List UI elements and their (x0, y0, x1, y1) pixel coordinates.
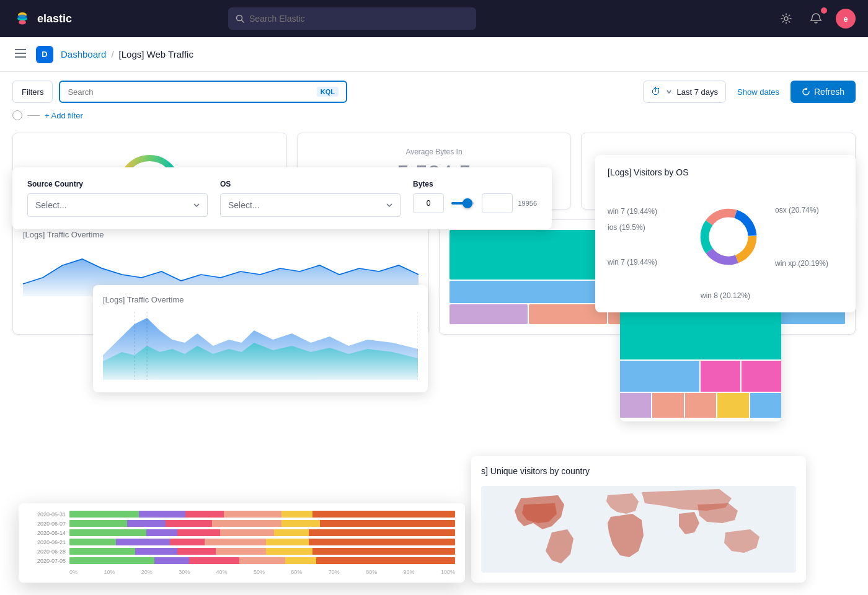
settings-icon-btn[interactable] (776, 9, 796, 29)
sbar-x-10: 100% (441, 569, 455, 575)
chevron-down-icon (666, 89, 672, 95)
treemap-row-2 (620, 361, 781, 392)
donut-legend-right: osx (20.74%) win xp (20.19%) (775, 206, 843, 268)
kql-search-input[interactable] (68, 87, 316, 97)
sbar-x-7: 70% (329, 569, 340, 575)
breadcrumb-dashboard[interactable]: Dashboard (61, 49, 106, 60)
sbar-row-3: 2020-06-21 (29, 539, 455, 545)
show-dates-button[interactable]: Show dates (732, 87, 784, 97)
top-navigation: elastic e (0, 0, 868, 37)
legend-winxp: win xp (20.19%) (775, 259, 843, 268)
sbar-x-5: 50% (254, 569, 265, 575)
sbar-row-1: 2020-06-07 (29, 520, 455, 527)
sbar-label-3: 2020-06-21 (29, 539, 66, 545)
sbar-row-2: 2020-06-14 (29, 529, 455, 536)
sbar-x-1: 10% (104, 569, 115, 575)
treemap-cell-2a (620, 361, 699, 392)
sbar-track-0 (69, 511, 455, 518)
os-filter: OS Select... (220, 180, 401, 217)
sbar-label-5: 2020-07-05 (29, 558, 66, 564)
source-country-select[interactable]: Select... (27, 193, 208, 217)
sbar-label-1: 2020-06-07 (29, 521, 66, 527)
global-search-bar[interactable] (228, 7, 476, 30)
legend-ios: ios (19.5%) (608, 223, 682, 232)
source-country-placeholder: Select... (35, 200, 67, 210)
sbar-x-6: 60% (291, 569, 302, 575)
svg-point-7 (784, 17, 788, 20)
stacked-bar-card: 2020-05-31 2020-06-07 2020-06-14 2020-06… (19, 503, 465, 583)
bytes-range-track[interactable] (451, 202, 474, 205)
stacked-bar-chart: 2020-05-31 2020-06-07 2020-06-14 2020-06… (19, 503, 465, 583)
add-filter-row: + Add filter (0, 108, 868, 126)
bytes-label: Bytes (413, 180, 537, 188)
source-country-label: Source Country (27, 180, 208, 188)
refresh-icon (802, 87, 810, 96)
svg-point-18 (709, 217, 748, 256)
treemap-cell-3d (717, 393, 748, 418)
sbar-track-3 (69, 539, 455, 545)
svg-point-4 (17, 15, 27, 19)
legend-win7: win 7 (19.44%) (608, 207, 682, 216)
legend-osx: osx (20.74%) (775, 206, 843, 214)
filter-panel: Source Country Select... OS Select... By… (12, 167, 552, 229)
dashboard-badge: D (36, 46, 53, 63)
filter-bar: Filters KQL ⏱ Last 7 days Show dates Ref… (0, 72, 868, 108)
treemap-row-3 (620, 393, 781, 418)
treemap-cell-3c (685, 393, 716, 418)
traffic-overtime-title-placeholder: [Logs] Traffic Overtime (23, 230, 418, 239)
sbar-track-5 (69, 557, 455, 564)
sbar-track-2 (69, 529, 455, 536)
time-picker[interactable]: ⏱ Last 7 days (643, 81, 727, 103)
sbar-x-0: 0% (69, 569, 78, 575)
sbar-row-4: 2020-06-28 (29, 548, 455, 555)
select-chevron-down (193, 203, 200, 207)
legend-win8-bottom: win 8 (20.12%) (701, 291, 750, 300)
sbar-x-2: 20% (141, 569, 153, 575)
sbar-label-0: 2020-05-31 (29, 511, 66, 518)
visitors-map-card: s] Unique visitors by country (471, 456, 806, 583)
bytes-max-input[interactable] (482, 193, 513, 213)
treemap-cell-2c (742, 361, 781, 392)
sbar-row-0: 2020-05-31 (29, 511, 455, 518)
bytes-range: 19956 (413, 193, 537, 213)
treemap-cell-2b (701, 361, 740, 392)
global-search-input[interactable] (249, 14, 469, 24)
refresh-button[interactable]: Refresh (790, 81, 856, 103)
treemap-cell-3e (750, 393, 781, 418)
traffic-overtime-chart (103, 312, 418, 380)
user-avatar[interactable]: e (836, 9, 856, 29)
hamburger-menu-btn[interactable] (12, 45, 29, 63)
notification-badge (821, 7, 827, 14)
clock-icon: ⏱ (651, 86, 661, 97)
elastic-logo-text: elastic (37, 12, 72, 25)
bytes-min-input[interactable] (413, 193, 444, 213)
sbar-track-1 (69, 520, 455, 527)
sbar-x-9: 90% (404, 569, 415, 575)
filters-button[interactable]: Filters (12, 81, 53, 103)
donut-legend-left: win 7 (19.44%) ios (19.5%) win 7 (19.44%… (608, 207, 682, 267)
dashboard-container: D Dashboard / [Logs] Web Traffic Filters… (0, 37, 868, 595)
source-country-filter: Source Country Select... (27, 180, 208, 217)
bytes-range-thumb[interactable] (463, 198, 472, 208)
sbar-x-labels: 0% 10% 20% 30% 40% 50% 60% 70% 80% 90% 1… (29, 566, 455, 575)
svg-point-3 (19, 20, 26, 25)
sbar-x-4: 40% (216, 569, 228, 575)
kql-search-container: KQL (59, 81, 347, 103)
elastic-logo[interactable]: elastic (12, 9, 72, 29)
breadcrumb-separator: / (111, 49, 113, 60)
visitors-by-os-title: [Logs] Visitors by OS (608, 167, 843, 177)
os-label: OS (220, 180, 401, 188)
bytes-filter: Bytes 19956 (413, 180, 537, 213)
kql-badge: KQL (317, 87, 339, 97)
bytes-max-label: 19956 (518, 200, 537, 207)
donut-legend-bottom: win 8 (20.12%) (608, 291, 843, 300)
add-filter-link[interactable]: + Add filter (45, 111, 83, 120)
world-map-svg (481, 486, 796, 573)
os-select[interactable]: Select... (220, 193, 401, 217)
sbar-x-3: 30% (179, 569, 190, 575)
world-map-container (481, 486, 796, 573)
breadcrumb: Dashboard / [Logs] Web Traffic (61, 49, 193, 60)
filter-indicator-line (27, 115, 40, 116)
breadcrumb-current: [Logs] Web Traffic (119, 49, 193, 60)
notification-icon-btn[interactable] (806, 9, 826, 29)
